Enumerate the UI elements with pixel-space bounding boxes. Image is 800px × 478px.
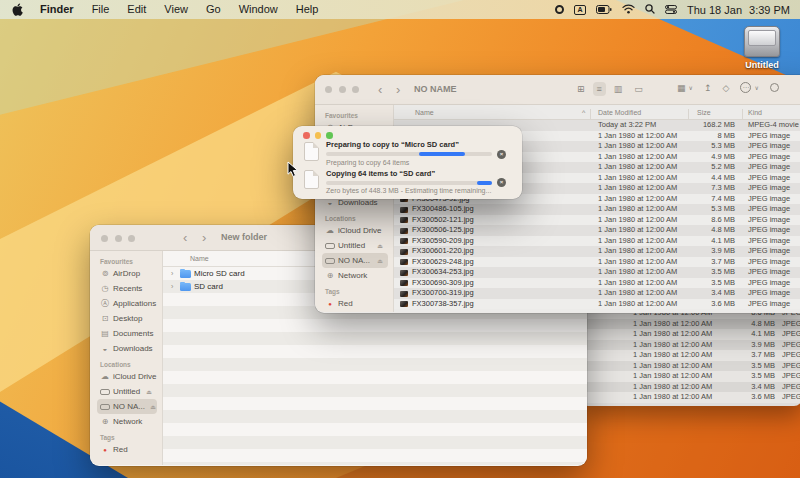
sidebar-item-applications[interactable]: Applications <box>97 296 157 311</box>
column-divider[interactable] <box>742 109 743 120</box>
input-source-icon[interactable]: A <box>574 5 586 15</box>
table-row[interactable]: 1 Jan 1980 at 12:00 AM3.5 MBJPEG image <box>580 361 800 372</box>
table-row[interactable]: FX300700-319.jpg1 Jan 1980 at 12:00 AM3.… <box>394 288 800 299</box>
column-header-name[interactable]: Name <box>190 255 209 262</box>
disclosure-triangle-icon[interactable]: › <box>171 267 173 280</box>
zoom-button[interactable] <box>352 86 359 93</box>
file-size: 5.3 MB <box>662 141 735 152</box>
sidebar-item-red[interactable]: Red <box>322 296 388 311</box>
sidebar-section-label: Tags <box>325 288 388 295</box>
list-view-icon[interactable]: ≡ <box>593 82 606 96</box>
menu-item-file[interactable]: File <box>83 0 119 19</box>
menu-item-go[interactable]: Go <box>197 0 230 19</box>
table-row[interactable]: 1 Jan 1980 at 12:00 AM4.1 MBJPEG image <box>580 329 800 340</box>
search-icon[interactable] <box>645 4 655 16</box>
menu-item-window[interactable]: Window <box>230 0 287 19</box>
table-row[interactable]: FX300634-253.jpg1 Jan 1980 at 12:00 AM3.… <box>394 267 800 278</box>
search-icon[interactable] <box>770 83 779 92</box>
menu-bar-clock[interactable]: Thu 18 Jan 3:39 PM <box>687 4 790 16</box>
eject-icon[interactable] <box>375 258 385 264</box>
table-row[interactable]: FX300502-121.jpg1 Jan 1980 at 12:00 AM8.… <box>394 215 800 226</box>
desktop-volume[interactable]: Untitled <box>736 26 788 70</box>
file-size: 3.5 MB <box>662 278 735 289</box>
table-row[interactable]: 1 Jan 1980 at 12:00 AM3.5 MBJPEG image <box>580 371 800 382</box>
sidebar-item-untitled[interactable]: Untitled <box>322 238 388 253</box>
minimize-button[interactable] <box>315 132 322 139</box>
close-button[interactable] <box>325 86 332 93</box>
sidebar-item-network[interactable]: Network <box>97 414 157 429</box>
background-finder-window-fragment[interactable]: 1 Jan 1980 at 12:00 AM8.6 MBJPEG image1 … <box>580 312 800 406</box>
file-kind: JPEG image <box>748 225 790 236</box>
list-header[interactable]: Name ^ Date Modified Size Kind <box>394 105 800 120</box>
file-kind: JPEG image <box>782 350 800 361</box>
sidebar-item-no-na[interactable]: NO NA... <box>322 253 388 268</box>
column-divider[interactable] <box>590 109 591 120</box>
sidebar-item-desktop[interactable]: Desktop <box>97 311 157 326</box>
control-center-icon[interactable] <box>665 4 677 16</box>
zoom-button[interactable] <box>128 235 135 242</box>
apple-menu-icon[interactable] <box>12 3 23 16</box>
menu-item-edit[interactable]: Edit <box>118 0 155 19</box>
wifi-icon[interactable] <box>622 4 635 16</box>
tag-icon[interactable]: ◇ <box>722 83 729 93</box>
zoom-button[interactable] <box>326 132 333 139</box>
sidebar-item-recents[interactable]: Recents <box>97 281 157 296</box>
sidebar-item-red[interactable]: Red <box>97 442 157 457</box>
column-divider[interactable] <box>688 109 689 120</box>
share-icon[interactable]: ↥ <box>704 83 712 93</box>
eject-icon[interactable] <box>144 389 154 395</box>
table-row[interactable]: FX300601-220.jpg1 Jan 1980 at 12:00 AM3.… <box>394 246 800 257</box>
table-row[interactable]: 1 Jan 1980 at 12:00 AM3.4 MBJPEG image <box>580 382 800 393</box>
record-icon[interactable] <box>555 5 564 14</box>
file-date: 1 Jan 1980 at 12:00 AM <box>633 371 712 382</box>
column-header-size[interactable]: Size <box>697 109 711 116</box>
sidebar-item-downloads[interactable]: Downloads <box>97 341 157 356</box>
stop-button[interactable]: × <box>497 150 506 159</box>
more-icon[interactable]: ⋯ <box>740 82 751 93</box>
table-row[interactable]: FX300486-105.jpg1 Jan 1980 at 12:00 AM5.… <box>394 204 800 215</box>
column-header-date[interactable]: Date Modified <box>598 109 641 116</box>
back-button[interactable]: ‹ <box>183 231 187 244</box>
sidebar-item-icloud-drive[interactable]: iCloud Drive <box>97 369 157 384</box>
disclosure-triangle-icon[interactable]: › <box>171 280 173 293</box>
sidebar-item-documents[interactable]: Documents <box>97 326 157 341</box>
folder-icon <box>180 283 191 291</box>
eject-icon[interactable] <box>375 243 385 249</box>
minimize-button[interactable] <box>339 86 346 93</box>
group-icon[interactable]: ▦ <box>677 83 686 93</box>
sidebar-item-untitled[interactable]: Untitled <box>97 384 157 399</box>
grid-view-icon[interactable]: ⊞ <box>573 82 589 96</box>
forward-button[interactable]: › <box>396 83 400 96</box>
table-row[interactable]: FX300738-357.jpg1 Jan 1980 at 12:00 AM3.… <box>394 299 800 310</box>
sidebar-item-icloud-drive[interactable]: iCloud Drive <box>322 223 388 238</box>
close-button[interactable] <box>303 132 310 139</box>
file-size: 3.4 MB <box>708 382 775 393</box>
menu-item-finder[interactable]: Finder <box>31 0 83 19</box>
minimize-button[interactable] <box>115 235 122 242</box>
column-header-kind[interactable]: Kind <box>748 109 762 116</box>
sidebar-item-airdrop[interactable]: AirDrop <box>97 266 157 281</box>
table-row[interactable]: FX300506-125.jpg1 Jan 1980 at 12:00 AM4.… <box>394 225 800 236</box>
table-row[interactable]: 1 Jan 1980 at 12:00 AM4.8 MBJPEG image <box>580 319 800 330</box>
stop-button[interactable]: × <box>497 178 506 187</box>
forward-button[interactable]: › <box>202 231 206 244</box>
eject-icon[interactable] <box>148 404 158 410</box>
copy-progress-dialog[interactable]: Preparing to copy to “Micro SD card” × P… <box>293 126 522 199</box>
table-row[interactable]: FX300629-248.jpg1 Jan 1980 at 12:00 AM3.… <box>394 257 800 268</box>
menu-item-help[interactable]: Help <box>287 0 328 19</box>
table-row[interactable]: 1 Jan 1980 at 12:00 AM3.6 MBJPEG image <box>580 392 800 403</box>
table-row[interactable]: FX300690-309.jpg1 Jan 1980 at 12:00 AM3.… <box>394 278 800 289</box>
gallery-view-icon[interactable]: ▭ <box>630 82 647 96</box>
table-row[interactable]: 1 Jan 1980 at 12:00 AM3.9 MBJPEG image <box>580 340 800 351</box>
sidebar-item-network[interactable]: Network <box>322 268 388 283</box>
battery-icon[interactable] <box>596 4 612 16</box>
sidebar-item-no-na[interactable]: NO NA... <box>97 399 157 414</box>
column-header-name[interactable]: Name <box>415 109 434 116</box>
menu-item-view[interactable]: View <box>155 0 197 19</box>
window-toolbar[interactable]: ‹ › NO NAME ⊞ ≡ ▥ ▭ ▦ ∨ ↥ ◇ ⋯ ∨ <box>315 75 800 105</box>
table-row[interactable]: 1 Jan 1980 at 12:00 AM3.7 MBJPEG image <box>580 350 800 361</box>
close-button[interactable] <box>101 235 108 242</box>
column-view-icon[interactable]: ▥ <box>610 82 627 96</box>
table-row[interactable]: FX300590-209.jpg1 Jan 1980 at 12:00 AM4.… <box>394 236 800 247</box>
back-button[interactable]: ‹ <box>378 83 382 96</box>
